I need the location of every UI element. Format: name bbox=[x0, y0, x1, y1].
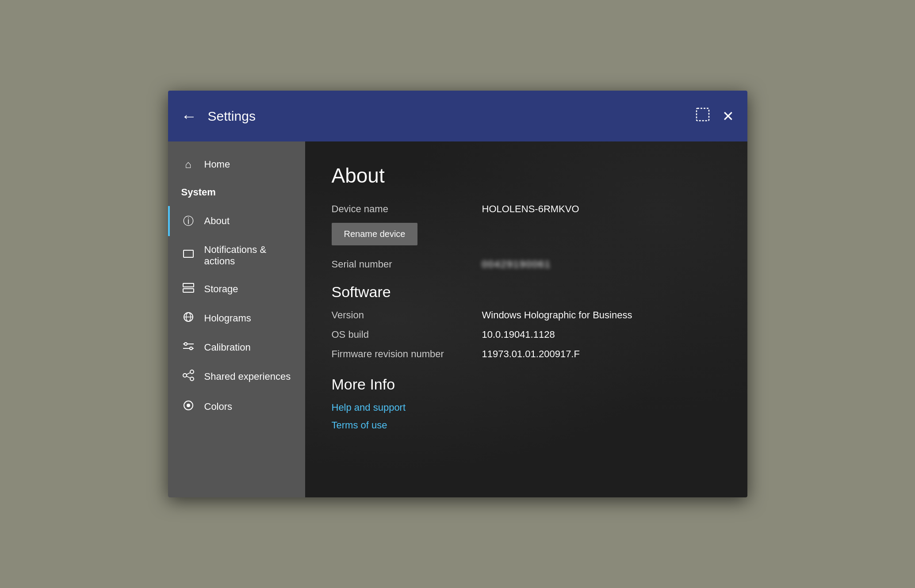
sidebar-notifications-label: Notifications & actions bbox=[204, 244, 292, 267]
os-build-value: 10.0.19041.1128 bbox=[482, 329, 555, 340]
storage-icon bbox=[181, 283, 195, 295]
window-title: Settings bbox=[208, 109, 696, 124]
rename-device-button[interactable]: Rename device bbox=[332, 223, 418, 245]
sidebar-item-storage[interactable]: Storage bbox=[168, 275, 305, 303]
sidebar-about-label: About bbox=[204, 215, 230, 227]
holograms-icon bbox=[181, 311, 195, 325]
shared-icon bbox=[181, 370, 195, 384]
serial-number-value: 00429190061 bbox=[482, 259, 551, 270]
svg-point-10 bbox=[190, 347, 192, 350]
sidebar: ⌂ Home System ⓘ About Notifications & ac… bbox=[168, 141, 305, 497]
window-mode-icon[interactable] bbox=[696, 107, 710, 125]
sidebar-colors-label: Colors bbox=[204, 401, 233, 412]
svg-rect-2 bbox=[183, 283, 194, 287]
terms-of-use-link[interactable]: Terms of use bbox=[332, 420, 721, 431]
sidebar-storage-label: Storage bbox=[204, 283, 238, 295]
sidebar-item-home[interactable]: ⌂ Home bbox=[168, 150, 305, 179]
sidebar-item-notifications[interactable]: Notifications & actions bbox=[168, 236, 305, 275]
sidebar-system-label[interactable]: System bbox=[168, 179, 305, 206]
window-controls: ✕ bbox=[696, 107, 734, 125]
software-section-title: Software bbox=[332, 283, 721, 301]
version-label: Version bbox=[332, 309, 482, 321]
svg-point-17 bbox=[187, 404, 190, 407]
sidebar-item-holograms[interactable]: Holograms bbox=[168, 303, 305, 333]
sidebar-item-colors[interactable]: Colors bbox=[168, 392, 305, 422]
about-icon: ⓘ bbox=[181, 214, 195, 228]
sidebar-shared-label: Shared experiences bbox=[204, 371, 291, 382]
svg-rect-0 bbox=[697, 108, 709, 121]
svg-point-12 bbox=[190, 370, 194, 374]
svg-point-9 bbox=[184, 343, 187, 345]
os-build-label: OS build bbox=[332, 329, 482, 340]
sidebar-home-label: Home bbox=[204, 159, 230, 170]
notifications-icon bbox=[181, 248, 195, 263]
device-name-value: HOLOLENS-6RMKVO bbox=[482, 203, 579, 215]
sidebar-holograms-label: Holograms bbox=[204, 313, 251, 324]
version-value: Windows Holographic for Business bbox=[482, 309, 632, 321]
svg-line-15 bbox=[187, 376, 190, 378]
close-button[interactable]: ✕ bbox=[722, 108, 734, 125]
sidebar-calibration-label: Calibration bbox=[204, 342, 251, 353]
more-info-section-title: More Info bbox=[332, 376, 721, 393]
main-content: About Device name HOLOLENS-6RMKVO Rename… bbox=[305, 141, 747, 497]
firmware-row: Firmware revision number 11973.01.01.200… bbox=[332, 348, 721, 360]
serial-number-label: Serial number bbox=[332, 259, 482, 270]
svg-point-11 bbox=[183, 374, 187, 377]
svg-rect-1 bbox=[184, 250, 193, 257]
sidebar-item-shared[interactable]: Shared experiences bbox=[168, 362, 305, 392]
svg-point-13 bbox=[190, 377, 194, 381]
page-title: About bbox=[332, 164, 721, 187]
serial-number-row: Serial number 00429190061 bbox=[332, 259, 721, 270]
home-icon: ⌂ bbox=[181, 158, 195, 171]
version-row: Version Windows Holographic for Business bbox=[332, 309, 721, 321]
svg-line-14 bbox=[187, 373, 190, 374]
firmware-label: Firmware revision number bbox=[332, 348, 482, 360]
colors-icon bbox=[181, 400, 195, 414]
device-name-label: Device name bbox=[332, 203, 482, 215]
device-name-row: Device name HOLOLENS-6RMKVO bbox=[332, 203, 721, 215]
sidebar-item-calibration[interactable]: Calibration bbox=[168, 333, 305, 362]
svg-rect-3 bbox=[183, 289, 194, 292]
firmware-value: 11973.01.01.200917.F bbox=[482, 348, 580, 360]
help-and-support-link[interactable]: Help and support bbox=[332, 402, 721, 413]
settings-window: ← Settings ✕ ⌂ Home System ⓘ About bbox=[168, 91, 747, 497]
os-build-row: OS build 10.0.19041.1128 bbox=[332, 329, 721, 340]
calibration-icon bbox=[181, 341, 195, 354]
back-button[interactable]: ← bbox=[181, 108, 197, 124]
titlebar: ← Settings ✕ bbox=[168, 91, 747, 141]
content-area: ⌂ Home System ⓘ About Notifications & ac… bbox=[168, 141, 747, 497]
sidebar-item-about[interactable]: ⓘ About bbox=[168, 206, 305, 236]
